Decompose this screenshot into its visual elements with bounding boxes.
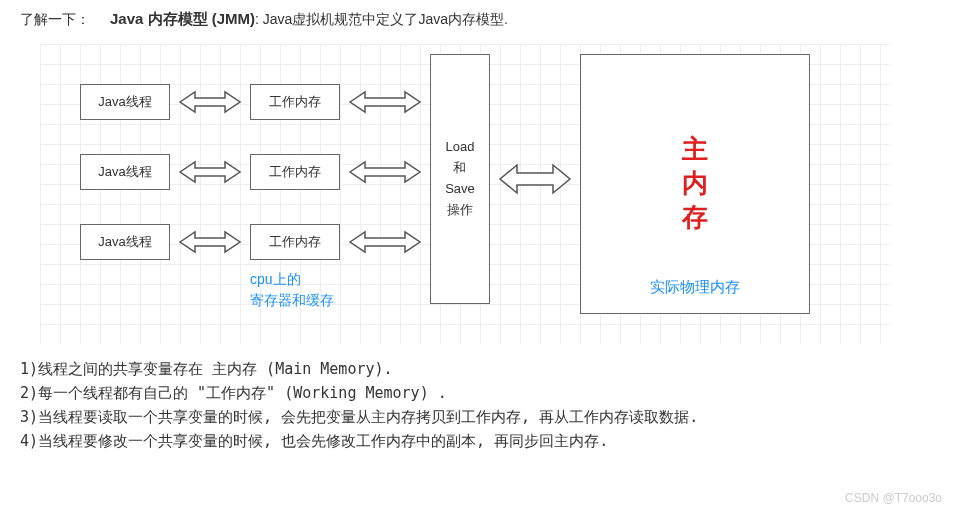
double-arrow-icon [495, 159, 575, 199]
double-arrow-icon [345, 227, 425, 257]
header: 了解一下： Java 内存模型 (JMM): Java虚拟机规范中定义了Java… [0, 0, 962, 39]
jmm-diagram: Java线程 Java线程 Java线程 工作内存 工作内存 工作内存 Load… [40, 44, 890, 344]
header-desc: : Java虚拟机规范中定义了Java内存模型. [255, 11, 508, 27]
header-label: 了解一下： [20, 11, 90, 29]
working-memory-box-2: 工作内存 [250, 154, 340, 190]
java-thread-box-3: Java线程 [80, 224, 170, 260]
java-thread-box-2: Java线程 [80, 154, 170, 190]
note-item-4: 4)当线程要修改一个共享变量的时候, 也会先修改工作内存中的副本, 再同步回主内… [20, 429, 942, 453]
double-arrow-icon [345, 157, 425, 187]
note-item-3: 3)当线程要读取一个共享变量的时候, 会先把变量从主内存拷贝到工作内存, 再从工… [20, 405, 942, 429]
main-memory-box: 主 内 存 实际物理内存 [580, 54, 810, 314]
java-thread-box-1: Java线程 [80, 84, 170, 120]
double-arrow-icon [175, 87, 245, 117]
cpu-caption: cpu上的 寄存器和缓存 [250, 269, 410, 311]
main-memory-caption: 实际物理内存 [581, 278, 809, 297]
load-save-label: Load 和 Save 操作 [445, 137, 475, 220]
header-title: Java 内存模型 (JMM) [110, 10, 255, 27]
double-arrow-icon [175, 157, 245, 187]
working-memory-box-1: 工作内存 [250, 84, 340, 120]
note-item-1: 1)线程之间的共享变量存在 主内存 (Main Memory). [20, 357, 942, 381]
load-save-box: Load 和 Save 操作 [430, 54, 490, 304]
working-memory-box-3: 工作内存 [250, 224, 340, 260]
double-arrow-icon [345, 87, 425, 117]
cpu-caption-line2: 寄存器和缓存 [250, 290, 410, 311]
cpu-caption-line1: cpu上的 [250, 269, 410, 290]
note-item-2: 2)每一个线程都有自己的 "工作内存" (Working Memory) . [20, 381, 942, 405]
watermark: CSDN @T7ooo3o [845, 491, 942, 505]
double-arrow-icon [175, 227, 245, 257]
notes-list: 1)线程之间的共享变量存在 主内存 (Main Memory). 2)每一个线程… [0, 349, 962, 461]
main-memory-label: 主 内 存 [682, 133, 708, 234]
